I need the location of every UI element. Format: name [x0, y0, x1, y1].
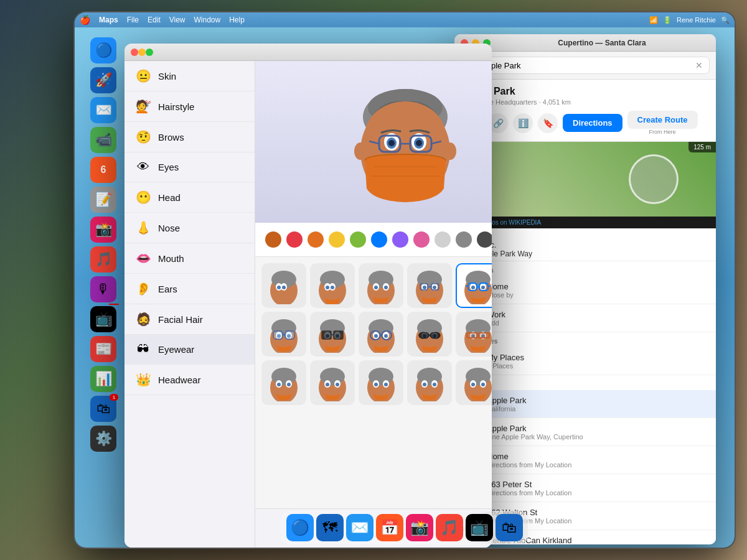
menu-maps[interactable]: Maps: [99, 16, 118, 24]
eyewear-icon: 🕶: [134, 342, 152, 357]
svg-point-89: [384, 334, 388, 338]
dock-appstore[interactable]: 🛍: [496, 514, 523, 541]
swatch-green[interactable]: [350, 231, 366, 248]
sidebar-appstore[interactable]: 🛍 1: [90, 396, 116, 422]
recent-0[interactable]: 🔍 Apple Park California: [454, 390, 716, 418]
home-item[interactable]: 🏠 Home Close by: [454, 276, 716, 304]
sidebar-calendar[interactable]: 6: [90, 157, 116, 183]
memoji-option-14[interactable]: [359, 360, 403, 405]
dock-finder[interactable]: 🔵: [286, 514, 314, 541]
sidebar-finder[interactable]: 🔵: [90, 37, 116, 63]
recent-2[interactable]: ➤ Home Directions from My Location: [454, 446, 716, 474]
svg-point-29: [326, 286, 329, 289]
sidebar-music[interactable]: 🎵: [90, 246, 116, 273]
dock-calendar[interactable]: 📅: [376, 514, 403, 541]
memoji-option-10[interactable]: [456, 312, 492, 357]
nav-ears[interactable]: 👂 Ears: [125, 274, 255, 304]
nav-nose[interactable]: 👃 Nose: [125, 213, 255, 243]
memoji-option-13[interactable]: [310, 360, 355, 405]
menu-edit[interactable]: Edit: [148, 16, 161, 24]
sidebar-charts[interactable]: 📊: [90, 366, 116, 392]
search-clear-button[interactable]: ✕: [695, 60, 703, 70]
recent-1[interactable]: 📍 Apple Park One Apple Park Way, Cuperti…: [454, 418, 716, 446]
wikipedia-bar[interactable]: More Photos on WIKIPEDIA: [454, 217, 716, 228]
svg-point-134: [384, 383, 388, 386]
sidebar-launchpad[interactable]: 🚀: [90, 67, 116, 93]
swatch-darkgray[interactable]: [477, 231, 492, 248]
memoji-option-2[interactable]: [359, 263, 403, 308]
recent-3-sub: Directions from My Location: [487, 489, 707, 497]
skin-icon: 😐: [134, 68, 152, 83]
menu-view[interactable]: View: [169, 16, 186, 24]
swatch-gray[interactable]: [456, 231, 472, 248]
swatch-lightgray[interactable]: [435, 231, 451, 248]
swatch-pink[interactable]: [413, 231, 430, 248]
nav-head[interactable]: 😶 Head: [125, 182, 255, 213]
nav-eyes[interactable]: 👁 Eyes: [125, 152, 255, 182]
memoji-option-1[interactable]: [310, 263, 355, 308]
sidebar-facetime[interactable]: 📹: [90, 127, 116, 153]
maps-search-bar: 🔍 ✕: [454, 52, 716, 80]
dock-appletv[interactable]: 📺: [466, 514, 493, 541]
memoji-option-3[interactable]: [407, 263, 452, 308]
sidebar-news[interactable]: 📰: [90, 336, 116, 362]
sidebar-notes[interactable]: 📝: [90, 187, 116, 213]
nav-mouth[interactable]: 👄 Mouth: [125, 243, 255, 274]
swatch-yellow[interactable]: [329, 231, 345, 248]
recent-3[interactable]: ➤ 163 Peter St Directions from My Locati…: [454, 474, 716, 502]
sidebar-settings[interactable]: ⚙️: [90, 426, 116, 452]
memoji-fullscreen-button[interactable]: [146, 49, 153, 56]
menu-window[interactable]: Window: [194, 16, 221, 24]
swatch-red[interactable]: [286, 231, 303, 248]
map-thumbnail[interactable]: 125 m: [454, 142, 716, 217]
menu-help[interactable]: Help: [229, 16, 245, 24]
sidebar-photos[interactable]: 📸: [90, 217, 116, 243]
directions-button[interactable]: Directions: [563, 114, 622, 132]
svg-point-47: [466, 271, 491, 288]
my-places-item[interactable]: 📍 My Places 3 Places: [454, 347, 716, 375]
nav-eyes-label: Eyes: [158, 162, 179, 172]
swatch-purple[interactable]: [392, 231, 408, 248]
swatch-orange[interactable]: [308, 231, 324, 248]
nav-eyewear[interactable]: 🕶 Eyewear: [125, 335, 255, 365]
apple-menu[interactable]: 🍎: [80, 15, 90, 25]
sidebar-mail[interactable]: ✉️: [90, 97, 116, 123]
dock-music[interactable]: 🎵: [436, 514, 463, 541]
memoji-option-12[interactable]: [261, 360, 306, 405]
memoji-option-9[interactable]: [407, 312, 452, 357]
spotlight-icon[interactable]: 🔍: [721, 16, 730, 24]
nav-hairstyle[interactable]: 💇 Hairstyle: [125, 91, 255, 122]
memoji-minimize-button[interactable]: [138, 49, 146, 56]
menu-file[interactable]: File: [127, 16, 139, 24]
memoji-option-4[interactable]: [456, 263, 492, 308]
dock-photos[interactable]: 📸: [406, 514, 433, 541]
search-input[interactable]: [481, 61, 692, 70]
swatch-brown[interactable]: [265, 231, 281, 248]
swatch-blue[interactable]: [371, 231, 387, 248]
search-input-wrap[interactable]: 🔍 ✕: [461, 57, 710, 74]
appletv-badge: [109, 304, 119, 305]
memoji-close-button[interactable]: [131, 49, 138, 56]
svg-point-136: [417, 368, 442, 385]
dock-maps[interactable]: 🗺: [316, 514, 344, 541]
info-button[interactable]: ℹ️: [513, 113, 533, 133]
work-item[interactable]: 💼 Work Add: [454, 304, 716, 332]
calendar-icon: 6: [101, 164, 106, 175]
memoji-option-15[interactable]: [407, 360, 452, 405]
memoji-option-0[interactable]: [261, 263, 306, 308]
nav-brows[interactable]: 🤨 Brows: [125, 122, 255, 152]
dock-mail[interactable]: ✉️: [346, 514, 374, 541]
svg-point-140: [433, 383, 436, 386]
headwear-icon: 👑: [134, 372, 152, 387]
create-route-button[interactable]: Create Route: [627, 111, 698, 129]
memoji-option-6[interactable]: [261, 312, 306, 357]
memoji-option-7[interactable]: [310, 312, 355, 357]
nav-skin[interactable]: 😐 Skin: [125, 61, 255, 91]
memoji-option-16[interactable]: [456, 360, 492, 405]
sidebar-podcasts[interactable]: 🎙: [90, 276, 116, 302]
memoji-option-8[interactable]: [359, 312, 403, 357]
nav-facial-hair[interactable]: 🧔 Facial Hair: [125, 304, 255, 335]
sidebar-appletv[interactable]: 📺: [90, 306, 116, 332]
bookmark-button[interactable]: 🔖: [538, 113, 558, 133]
nav-headwear[interactable]: 👑 Headwear: [125, 365, 255, 395]
